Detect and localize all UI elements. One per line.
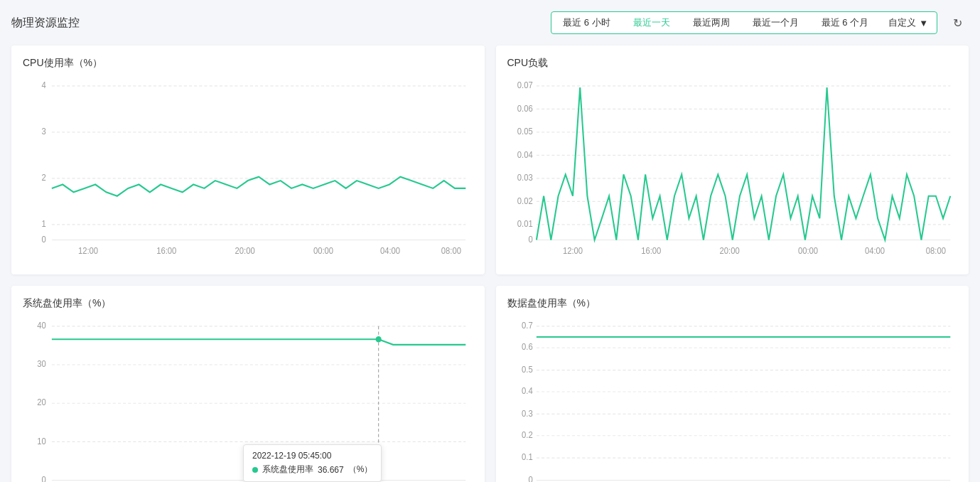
system-disk-chart: 40 30 20 10 0 12:00 16:00 20:00 00:00 04… [23,318,473,482]
page-title: 物理资源监控 [11,16,80,31]
cpu-usage-chart: 4 3 2 1 0 12:00 16:00 20:00 00:00 04:00 … [23,78,473,263]
time-btn-2w[interactable]: 最近两周 [682,12,741,33]
data-disk-chart: 0.7 0.6 0.5 0.4 0.3 0.2 0.1 0 12:00 16:0… [507,318,958,482]
svg-point-56 [376,336,382,343]
svg-text:10: 10 [37,437,46,445]
svg-text:4: 4 [41,81,46,90]
svg-text:0.5: 0.5 [522,365,533,374]
svg-text:20: 20 [37,398,46,407]
svg-text:0.2: 0.2 [522,431,533,439]
system-disk-card: 系统盘使用率（%） 40 30 20 10 0 12:00 [11,286,485,482]
svg-text:08:00: 08:00 [925,247,945,255]
svg-text:0.01: 0.01 [517,220,532,228]
svg-text:12:00: 12:00 [562,247,582,255]
data-disk-title: 数据盘使用率（%） [507,297,958,310]
svg-text:0.06: 0.06 [517,104,532,112]
time-btn-1d[interactable]: 最近一天 [622,12,682,33]
system-disk-svg: 40 30 20 10 0 12:00 16:00 20:00 00:00 04… [23,318,473,482]
svg-text:0.7: 0.7 [522,321,533,330]
svg-text:1: 1 [41,220,45,228]
data-disk-svg: 0.7 0.6 0.5 0.4 0.3 0.2 0.1 0 12:00 16:0… [507,318,958,482]
cpu-load-card: CPU负载 0.07 0.06 0.05 0.04 [496,45,969,274]
time-btn-6m[interactable]: 最近 6 个月 [810,12,880,33]
svg-text:16:00: 16:00 [641,247,661,255]
svg-text:0.05: 0.05 [517,127,532,136]
svg-text:00:00: 00:00 [797,247,817,255]
svg-text:04:00: 04:00 [380,247,400,255]
svg-text:3: 3 [41,127,45,136]
chevron-down-icon: ▼ [919,18,928,28]
svg-text:16:00: 16:00 [156,247,176,255]
svg-text:40: 40 [37,321,46,330]
cpu-load-title: CPU负载 [507,57,958,70]
svg-text:0.07: 0.07 [517,81,532,90]
svg-text:0.04: 0.04 [517,150,532,159]
time-filter: 最近 6 小时 最近一天 最近两周 最近一个月 最近 6 个月 自定义 ▼ [551,11,937,34]
svg-text:04:00: 04:00 [864,247,884,255]
svg-text:0.1: 0.1 [522,453,533,461]
cpu-load-chart: 0.07 0.06 0.05 0.04 0.03 0.02 0.01 0 12:… [507,78,958,263]
time-btn-1m[interactable]: 最近一个月 [741,12,810,33]
cpu-usage-card: CPU使用率（%） 4 3 2 1 0 12:00 [11,45,485,274]
cpu-load-svg: 0.07 0.06 0.05 0.04 0.03 0.02 0.01 0 12:… [507,78,958,263]
page-container: 物理资源监控 最近 6 小时 最近一天 最近两周 最近一个月 最近 6 个月 自… [0,0,980,482]
time-btn-6h[interactable]: 最近 6 小时 [551,12,621,33]
svg-text:20:00: 20:00 [235,247,255,255]
svg-text:0.02: 0.02 [517,196,532,205]
svg-text:12:00: 12:00 [78,247,98,255]
data-disk-card: 数据盘使用率（%） 0.7 0.6 0.5 0.4 [496,286,969,482]
svg-text:0.03: 0.03 [517,173,532,182]
svg-text:30: 30 [37,360,46,368]
svg-text:0: 0 [41,475,45,482]
svg-text:0: 0 [528,475,532,482]
svg-text:2: 2 [41,173,45,182]
svg-text:0: 0 [41,235,45,243]
svg-text:0.4: 0.4 [522,387,533,395]
svg-text:00:00: 00:00 [313,247,333,255]
svg-text:0.6: 0.6 [522,343,533,351]
cpu-usage-svg: 4 3 2 1 0 12:00 16:00 20:00 00:00 04:00 … [23,78,473,263]
svg-text:0: 0 [528,235,532,243]
refresh-button[interactable]: ↻ [946,11,969,34]
cpu-usage-title: CPU使用率（%） [23,57,473,70]
svg-text:20:00: 20:00 [719,247,739,255]
svg-text:0.3: 0.3 [522,409,533,417]
time-btn-custom[interactable]: 自定义 ▼ [880,12,937,33]
system-disk-title: 系统盘使用率（%） [23,297,473,310]
charts-grid: CPU使用率（%） 4 3 2 1 0 12:00 [11,45,969,482]
header: 物理资源监控 最近 6 小时 最近一天 最近两周 最近一个月 最近 6 个月 自… [11,11,969,34]
svg-text:08:00: 08:00 [441,247,461,255]
